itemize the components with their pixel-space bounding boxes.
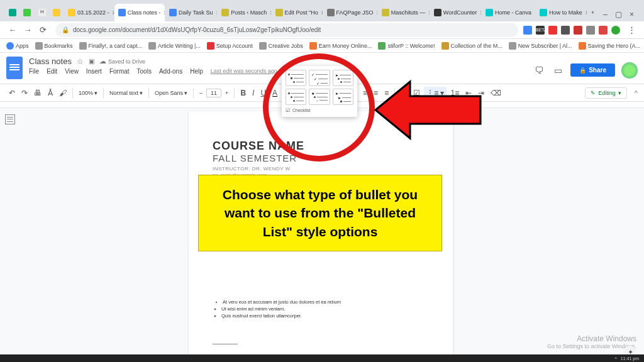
menu-help[interactable]: Help — [190, 68, 203, 75]
maximize-button[interactable]: ▢ — [615, 10, 622, 19]
bold-button[interactable]: B — [238, 87, 248, 99]
bookmark-item[interactable]: Saving the Hero (A... — [579, 42, 641, 50]
bullet-style-option[interactable]: ★– — [309, 89, 330, 105]
font-size-increase[interactable]: + — [223, 88, 231, 98]
tab[interactable]: Home - Canva× — [482, 4, 535, 21]
docs-logo-icon[interactable] — [6, 57, 23, 79]
document-title[interactable]: Class notes — [29, 57, 72, 66]
new-tab-button[interactable]: + — [587, 4, 598, 21]
menu-insert[interactable]: Insert — [86, 68, 102, 75]
text-color-button[interactable]: A — [270, 87, 280, 99]
ext-icon[interactable] — [523, 26, 532, 35]
bookmark-item[interactable]: Setup Account — [207, 42, 253, 50]
line-spacing-button[interactable]: ⇅ — [398, 87, 409, 99]
redo-button[interactable]: ↷ — [19, 87, 30, 99]
ext-beta[interactable]: BETA — [536, 26, 545, 35]
checklist-button[interactable]: ☑ — [411, 87, 423, 99]
increase-indent-button[interactable]: ⇥ — [475, 87, 487, 99]
undo-button[interactable]: ↶ — [6, 87, 18, 99]
numbered-list-button[interactable]: 1≡ — [448, 87, 462, 99]
clear-formatting-button[interactable]: ⌫ — [488, 87, 504, 99]
reload-button[interactable]: ⟳ — [37, 25, 48, 36]
comment-history-icon[interactable]: 🗨 — [533, 64, 545, 77]
ext-icon[interactable] — [548, 26, 557, 35]
menu-addons[interactable]: Add-ons — [159, 68, 182, 75]
bullet-style-option[interactable] — [286, 70, 306, 86]
font-size-input[interactable]: 11 — [206, 89, 221, 97]
bullet-style-option[interactable]: ➤ — [333, 70, 353, 86]
menu-edit[interactable]: Edit — [47, 68, 57, 75]
move-icon[interactable]: ▣ — [89, 58, 94, 65]
mode-button[interactable]: ✎ Editing ▾ — [585, 87, 627, 99]
align-center-button[interactable]: ≡ — [360, 87, 370, 99]
tab[interactable]: FAQPage JSO× — [323, 4, 377, 21]
tab[interactable]: 03.15.2022 -× — [64, 4, 114, 21]
paint-format-button[interactable]: 🖌 — [57, 87, 69, 99]
bulleted-list-button[interactable]: ⋮≡ ▾ — [424, 87, 447, 99]
bookmark-item[interactable]: stiforP :: Welcome! — [378, 42, 435, 50]
tab[interactable] — [19, 4, 33, 21]
minimize-button[interactable]: – — [603, 10, 608, 19]
star-icon[interactable]: ☆ — [77, 57, 84, 66]
underline-button[interactable]: U — [258, 87, 269, 99]
tab[interactable]: How to Make× — [536, 4, 586, 21]
menu-file[interactable]: File — [29, 68, 39, 75]
url-input[interactable]: 🔒docs.google.com/document/d/1dXdWsUQrfpY… — [55, 23, 518, 37]
align-justify-button[interactable]: ≡ — [382, 87, 391, 99]
spellcheck-button[interactable]: Ǎ — [45, 87, 55, 99]
profile-icon[interactable] — [611, 26, 620, 35]
bullet-style-option[interactable]: ✓✓✓ — [309, 70, 330, 86]
account-avatar[interactable] — [621, 62, 638, 79]
time-display: 11:41 pm — [621, 356, 639, 361]
tab-label: Edit Post "Ho — [285, 9, 318, 16]
close-button[interactable]: × — [630, 10, 634, 19]
windows-taskbar[interactable]: ^ 11:41 pm — [0, 354, 644, 362]
ext-icon[interactable] — [599, 26, 608, 35]
bookmark-item[interactable]: Earn Money Online... — [309, 42, 372, 50]
bookmark-item[interactable]: Finally!, a card capt... — [79, 42, 143, 50]
ext-icon[interactable] — [586, 26, 595, 35]
present-icon[interactable]: ▭ — [552, 64, 564, 77]
ext-icon[interactable] — [561, 26, 570, 35]
menu-format[interactable]: Format — [109, 68, 130, 75]
italic-button[interactable]: I — [250, 87, 257, 99]
back-button[interactable]: ← — [7, 25, 18, 36]
tab[interactable]: Posts ‹ Masch× — [218, 4, 270, 21]
tab[interactable]: Daily Task Su× — [165, 4, 217, 21]
tab[interactable]: H — [35, 4, 48, 21]
bookmark-item[interactable]: Apps — [6, 42, 29, 50]
tab[interactable]: Edit Post "Ho× — [272, 4, 323, 21]
style-select[interactable]: Normal text ▾ — [107, 88, 145, 98]
forward-button[interactable]: → — [22, 25, 33, 36]
menu-view[interactable]: View — [65, 68, 79, 75]
bookmark-item[interactable]: Collection of the M... — [441, 42, 502, 50]
font-select[interactable]: Open Sans ▾ — [152, 88, 190, 98]
bookmark-item[interactable]: Article Writing |... — [148, 42, 201, 50]
last-edit[interactable]: Last edit was seconds ago — [211, 68, 277, 75]
align-right-button[interactable]: ≡ — [371, 87, 380, 99]
collapse-toolbar-button[interactable]: ^ — [635, 89, 638, 97]
tab[interactable] — [49, 4, 63, 21]
tab[interactable]: WordCounter× — [430, 4, 481, 21]
ext-icon[interactable] — [574, 26, 582, 35]
decrease-indent-button[interactable]: ⇤ — [463, 87, 474, 99]
bookmark-item[interactable]: New Subscriber | Al... — [509, 42, 572, 50]
chrome-menu[interactable]: ⋮ — [626, 25, 637, 36]
print-button[interactable]: 🖶 — [31, 87, 44, 99]
bullet-style-option[interactable]: ➤➤ — [333, 89, 353, 105]
bookmark-item[interactable]: Creative Jobs — [259, 42, 303, 50]
zoom-select[interactable]: 100% ▾ — [76, 88, 100, 98]
semester-heading: FALL SEMESTER — [213, 153, 429, 163]
tray-icon[interactable]: ^ — [615, 356, 617, 361]
tab-active[interactable]: Class notes -× — [114, 4, 165, 21]
checklist-option[interactable]: Checklist — [286, 107, 353, 113]
tab[interactable] — [5, 4, 19, 21]
tab[interactable]: Maschituts —× — [378, 4, 430, 21]
menu-tools[interactable]: Tools — [137, 68, 152, 75]
bookmark-item[interactable]: Bookmarks — [35, 42, 73, 50]
bullet-style-option[interactable] — [286, 89, 306, 105]
font-size-decrease[interactable]: – — [197, 88, 205, 98]
outline-toggle[interactable] — [5, 114, 18, 124]
share-button[interactable]: Share — [570, 63, 615, 77]
address-bar: ← → ⟳ 🔒docs.google.com/document/d/1dXdWs… — [0, 21, 644, 39]
